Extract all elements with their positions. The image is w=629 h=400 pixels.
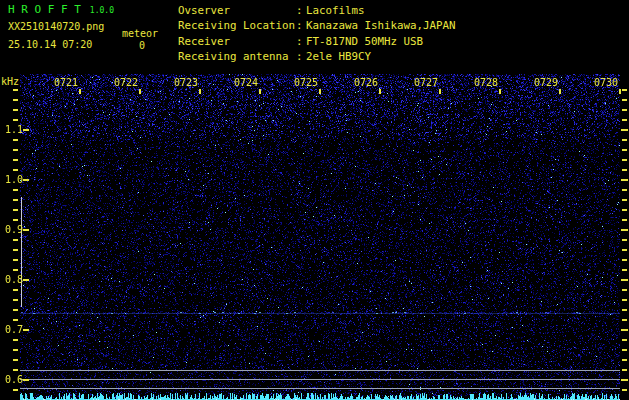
freq-minor-tick-right [622,89,627,91]
info-row-observer: Ovserver:Lacofilms [178,3,456,18]
freq-minor-tick-right [622,149,627,151]
time-label: 0727 [413,77,438,88]
time-tick [259,89,261,94]
freq-minor-tick-left [13,189,18,191]
freq-minor-tick-left [13,259,18,261]
freq-minor-tick-left [13,209,18,211]
freq-minor-tick-left [13,319,18,321]
hrofft-window: H R O F F T1.0.0 XX2510140720.png meteor… [0,0,629,400]
freq-minor-tick-right [622,259,627,261]
freq-label: 0.9 [2,224,23,235]
info-colon: : [296,3,306,18]
freq-major-tick-left [23,329,29,331]
freq-minor-tick-right [622,139,627,141]
time-label: 0728 [473,77,498,88]
freq-label: 0.8 [2,274,23,285]
time-tick [439,89,441,94]
time-tick [379,89,381,94]
info-value: 2ele HB9CY [306,49,371,64]
freq-minor-tick-left [13,159,18,161]
info-row-location: Receiving Location:Kanazawa Ishikawa,JAP… [178,18,456,33]
freq-major-tick-right [621,329,628,331]
info-colon: : [296,18,306,33]
info-label: Receiving Location [178,18,296,33]
freq-minor-tick-left [13,199,18,201]
app-title-text: H R O F F T [8,3,81,16]
time-tick [319,89,321,94]
freq-minor-tick-right [622,199,627,201]
freq-major-tick-left [23,379,29,381]
time-label: 0726 [353,77,378,88]
freq-minor-tick-left [13,249,18,251]
freq-minor-tick-right [622,99,627,101]
freq-minor-tick-right [622,359,627,361]
freq-minor-tick-right [622,209,627,211]
time-label: 0723 [173,77,198,88]
info-value: Lacofilms [306,3,365,18]
freq-minor-tick-right [622,119,627,121]
freq-minor-tick-left [13,119,18,121]
freq-major-tick-right [621,229,628,231]
freq-minor-tick-right [622,289,627,291]
freq-minor-tick-left [13,109,18,111]
freq-minor-tick-left [13,369,18,371]
time-tick [619,89,621,94]
freq-minor-tick-left [13,349,18,351]
time-tick [559,89,561,94]
freq-minor-tick-right [622,309,627,311]
freq-minor-tick-right [622,389,627,391]
info-value: FT-817ND 50MHz USB [306,34,423,49]
spectrogram-canvas [20,74,620,400]
info-row-antenna: Receiving antenna:2ele HB9CY [178,49,456,64]
freq-minor-tick-left [13,339,18,341]
output-filename: XX2510140720.png [8,21,104,32]
freq-minor-tick-left [13,359,18,361]
freq-minor-tick-left [13,149,18,151]
observation-datetime: 25.10.14 07:20 [8,39,92,50]
freq-major-tick-left [23,129,29,131]
info-row-receiver: Receiver:FT-817ND 50MHz USB [178,34,456,49]
freq-label: 1.0 [2,174,23,185]
time-tick [199,89,201,94]
info-colon: : [296,34,306,49]
freq-major-tick-left [23,229,29,231]
time-label: 0721 [53,77,78,88]
freq-minor-tick-left [13,169,18,171]
time-tick [79,89,81,94]
freq-minor-tick-right [622,239,627,241]
station-info: Ovserver:Lacofilms Receiving Location:Ka… [178,3,456,65]
spectrogram-plot [20,74,620,400]
freq-minor-tick-right [622,269,627,271]
freq-minor-tick-left [13,89,18,91]
freq-minor-tick-left [13,289,18,291]
meteor-count: 0 [139,40,145,51]
freq-major-tick-right [621,379,628,381]
freq-minor-tick-left [13,99,18,101]
time-tick [499,89,501,94]
freq-minor-tick-right [622,249,627,251]
app-version: 1.0.0 [90,6,114,15]
time-label: 0722 [113,77,138,88]
freq-major-tick-right [621,279,628,281]
freq-major-tick-right [621,129,628,131]
meteor-mode-label: meteor [122,28,158,39]
freq-minor-tick-right [622,319,627,321]
freq-label: 1.1 [2,124,23,135]
freq-minor-tick-left [13,139,18,141]
freq-minor-tick-right [622,339,627,341]
freq-major-tick-right [621,179,628,181]
info-label: Ovserver [178,3,296,18]
freq-minor-tick-right [622,109,627,111]
freq-minor-tick-left [13,219,18,221]
freq-minor-tick-right [622,299,627,301]
freq-minor-tick-left [13,239,18,241]
info-label: Receiving antenna [178,49,296,64]
freq-major-tick-left [23,279,29,281]
app-title: H R O F F T1.0.0 [8,4,114,17]
freq-major-tick-left [23,179,29,181]
freq-minor-tick-left [13,299,18,301]
freq-label: 0.6 [2,374,23,385]
info-colon: : [296,49,306,64]
freq-minor-tick-right [622,159,627,161]
freq-label: 0.7 [2,324,23,335]
